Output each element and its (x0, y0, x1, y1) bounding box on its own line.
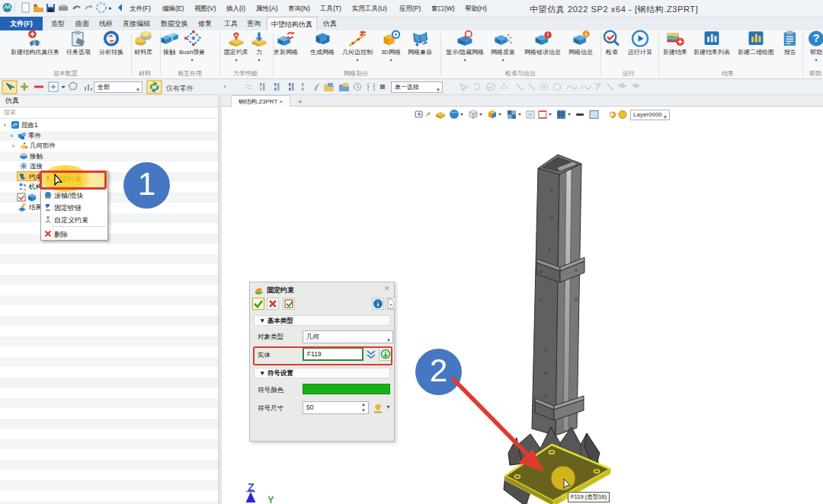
svg-text:Y: Y (267, 494, 274, 504)
svg-text:?: ? (813, 32, 820, 44)
